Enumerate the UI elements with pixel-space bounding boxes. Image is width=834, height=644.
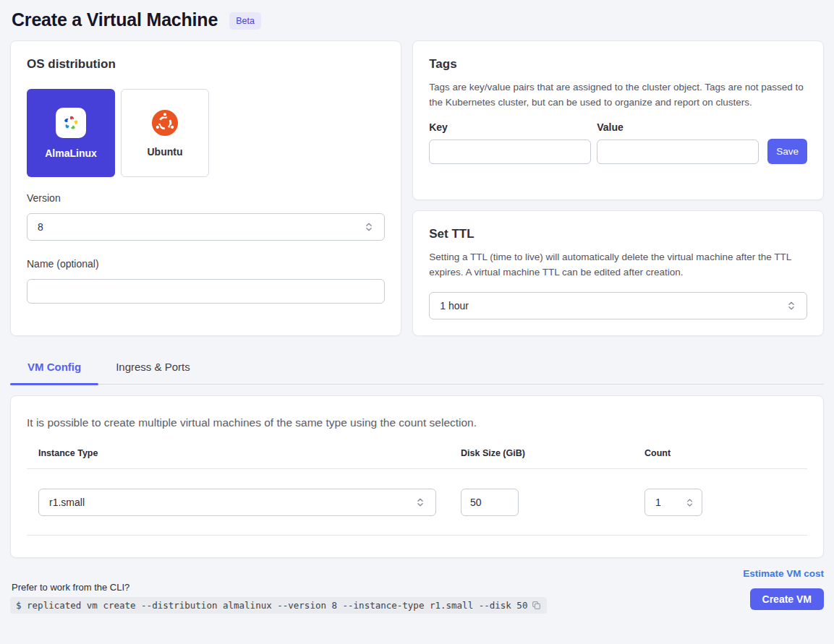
vm-name-input[interactable] <box>27 279 385 304</box>
table-row: r1.small 1 <box>27 468 807 536</box>
vm-table-header: Instance Type Disk Size (GiB) Count <box>27 448 807 468</box>
vm-name-label: Name (optional) <box>27 258 385 270</box>
count-stepper[interactable]: 1 <box>644 489 702 516</box>
estimate-vm-cost-link[interactable]: Estimate VM cost <box>743 568 824 579</box>
disk-size-input[interactable] <box>461 489 519 516</box>
create-vm-button[interactable]: Create VM <box>750 588 824 610</box>
tags-card: Tags Tags are key/value pairs that are a… <box>412 40 824 200</box>
instance-type-value: r1.small <box>49 497 85 508</box>
page-header: Create a Virtual Machine Beta <box>10 0 824 40</box>
column-disk-size: Disk Size (GiB) <box>449 448 633 468</box>
os-tiles: AlmaLinux Ubuntu <box>27 89 385 177</box>
version-select[interactable]: 8 <box>27 213 385 241</box>
instance-type-select[interactable]: r1.small <box>38 489 436 516</box>
tags-form: Key Value Save <box>429 121 807 164</box>
top-cards-row: OS distribution <box>10 40 824 336</box>
vm-table: Instance Type Disk Size (GiB) Count r1.s… <box>27 448 807 536</box>
tags-card-title: Tags <box>429 57 807 72</box>
chevron-updown-icon <box>685 498 694 507</box>
right-column: Tags Tags are key/value pairs that are a… <box>412 40 824 336</box>
almalinux-icon <box>56 108 86 138</box>
vm-config-description: It is possible to create multiple virtua… <box>27 416 807 429</box>
tag-key-input[interactable] <box>429 139 591 164</box>
tag-key-group: Key <box>429 121 591 164</box>
instance-type-cell: r1.small <box>27 489 449 516</box>
tab-ingress-ports[interactable]: Ingress & Ports <box>98 351 208 384</box>
cli-command-box: $ replicated vm create --distribution al… <box>10 597 547 614</box>
ubuntu-icon <box>151 109 179 137</box>
cli-section: Prefer to work from the CLI? $ replicate… <box>10 582 547 614</box>
os-card-title: OS distribution <box>27 57 385 72</box>
cli-command-text: $ replicated vm create --distribution al… <box>16 600 527 611</box>
ttl-select[interactable]: 1 hour <box>429 292 807 319</box>
os-tile-almalinux[interactable]: AlmaLinux <box>27 89 115 177</box>
save-tag-button[interactable]: Save <box>767 139 807 164</box>
page-footer: Prefer to work from the CLI? $ replicate… <box>10 568 824 614</box>
create-vm-page: Create a Virtual Machine Beta OS distrib… <box>0 0 834 614</box>
copy-icon[interactable] <box>532 601 541 610</box>
ttl-card-description: Setting a TTL (time to live) will automa… <box>429 250 807 280</box>
chevron-updown-icon <box>415 497 425 507</box>
tags-card-description: Tags are key/value pairs that are assign… <box>429 80 807 110</box>
ttl-select-value: 1 hour <box>440 300 469 312</box>
count-cell: 1 <box>633 489 807 516</box>
chevron-updown-icon <box>786 301 796 311</box>
os-tile-ubuntu-label: Ubuntu <box>148 146 183 158</box>
column-count: Count <box>633 448 807 468</box>
column-instance-type: Instance Type <box>27 448 449 468</box>
set-ttl-card: Set TTL Setting a TTL (time to live) wil… <box>412 210 824 336</box>
tag-value-input[interactable] <box>597 139 759 164</box>
beta-badge: Beta <box>229 12 261 30</box>
footer-actions: Estimate VM cost Create VM <box>743 568 824 614</box>
tag-key-label: Key <box>429 121 591 133</box>
os-tile-almalinux-label: AlmaLinux <box>45 147 97 159</box>
config-tabs: VM Config Ingress & Ports <box>10 351 824 385</box>
chevron-updown-icon <box>364 222 374 232</box>
tag-value-group: Value <box>597 121 759 164</box>
disk-size-cell <box>449 489 633 516</box>
count-value: 1 <box>655 497 661 508</box>
ttl-card-title: Set TTL <box>429 227 807 241</box>
os-distribution-card: OS distribution <box>10 40 401 336</box>
vm-config-card: It is possible to create multiple virtua… <box>10 395 824 558</box>
version-select-value: 8 <box>38 221 43 233</box>
tag-value-label: Value <box>597 121 759 133</box>
tab-vm-config[interactable]: VM Config <box>10 351 98 384</box>
cli-label: Prefer to work from the CLI? <box>10 582 547 593</box>
os-tile-ubuntu[interactable]: Ubuntu <box>121 89 209 177</box>
version-label: Version <box>27 192 385 204</box>
page-title: Create a Virtual Machine <box>12 9 218 30</box>
